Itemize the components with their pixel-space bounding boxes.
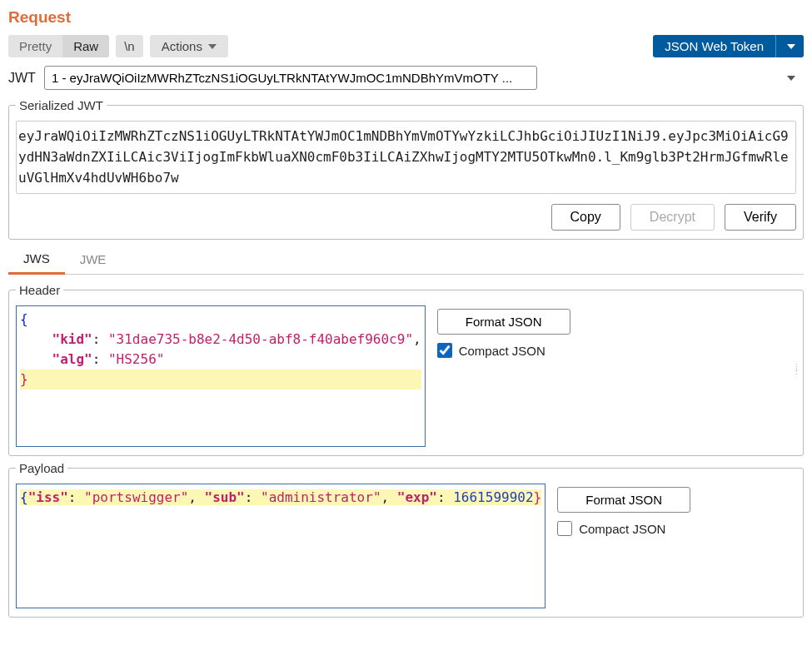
tab-jws[interactable]: JWS: [8, 245, 65, 275]
payload-compact-label: Compact JSON: [579, 522, 665, 536]
payload-compact-checkbox-input[interactable]: [557, 521, 572, 536]
payload-format-json-button[interactable]: Format JSON: [557, 487, 690, 513]
actions-label: Actions: [162, 39, 202, 53]
serialized-button-row: Copy Decrypt Verify: [16, 204, 796, 231]
payload-compact-json-checkbox[interactable]: Compact JSON: [557, 521, 690, 536]
chevron-down-icon: [208, 44, 217, 49]
extension-dropdown: JSON Web Token: [653, 35, 804, 57]
resize-handle-icon[interactable]: ⋮⋮: [792, 365, 802, 374]
jwt-selector-row: JWT 1 - eyJraWQiOiIzMWRhZTczNS1iOGUyLTRk…: [8, 66, 804, 90]
decrypt-button: Decrypt: [630, 204, 715, 231]
extension-button[interactable]: JSON Web Token: [653, 35, 775, 57]
actions-dropdown-button[interactable]: Actions: [150, 35, 228, 57]
payload-json-editor[interactable]: {"iss": "portswigger", "sub": "administr…: [16, 484, 545, 608]
serialized-jwt-legend: Serialized JWT: [16, 98, 107, 112]
chevron-down-icon: [787, 44, 795, 49]
tab-jwe[interactable]: JWE: [65, 245, 122, 274]
copy-button[interactable]: Copy: [551, 204, 620, 231]
view-mode-group: Pretty Raw: [8, 35, 109, 57]
header-fieldset: Header { "kid": "31dae735-b8e2-4d50-abf8…: [8, 283, 804, 456]
payload-side-controls: Format JSON Compact JSON: [557, 484, 690, 536]
raw-tab[interactable]: Raw: [62, 35, 109, 57]
verify-button[interactable]: Verify: [725, 204, 796, 231]
panel-title: Request: [8, 8, 804, 27]
header-compact-checkbox-input[interactable]: [437, 343, 452, 358]
serialized-jwt-fieldset: Serialized JWT eyJraWQiOiIzMWRhZTczNS1iO…: [8, 98, 804, 240]
header-format-json-button[interactable]: Format JSON: [437, 309, 570, 335]
payload-fieldset: Payload {"iss": "portswigger", "sub": "a…: [8, 461, 804, 618]
jwt-field-label: JWT: [8, 71, 36, 86]
pretty-tab[interactable]: Pretty: [8, 35, 62, 57]
extension-caret-button[interactable]: [775, 35, 804, 57]
jwt-select[interactable]: 1 - eyJraWQiOiIzMWRhZTczNS1iOGUyLTRkNTAt…: [44, 66, 537, 90]
header-side-controls: Format JSON Compact JSON: [437, 305, 570, 358]
header-legend: Header: [16, 283, 63, 297]
newline-toggle-button[interactable]: \n: [116, 35, 143, 57]
view-toolbar: Pretty Raw \n Actions JSON Web Token: [8, 35, 804, 57]
header-compact-label: Compact JSON: [459, 344, 545, 358]
serialized-jwt-text[interactable]: eyJraWQiOiIzMWRhZTczNS1iOGUyLTRkNTAtYWJm…: [16, 121, 796, 194]
header-json-editor[interactable]: { "kid": "31dae735-b8e2-4d50-abf8-f40abe…: [16, 305, 426, 447]
payload-legend: Payload: [16, 461, 67, 475]
jws-jwe-tabs: JWS JWE: [8, 245, 804, 275]
header-compact-json-checkbox[interactable]: Compact JSON: [437, 343, 570, 358]
